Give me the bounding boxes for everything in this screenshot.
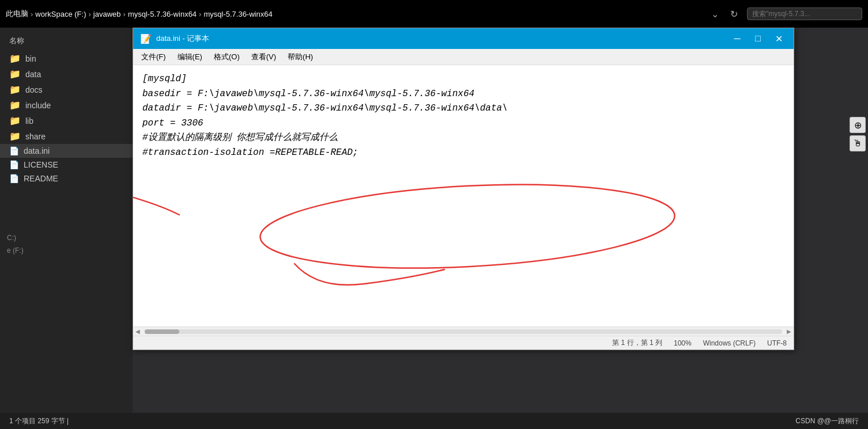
bottom-bar-attribution: CSDN @@一路桐行: [795, 416, 859, 426]
breadcrumb-mysql2[interactable]: mysql-5.7.36-winx64: [203, 10, 272, 18]
sidebar-item-label-license: LICENSE: [24, 160, 58, 169]
folder-icon: 📁: [9, 131, 21, 142]
right-icons-panel: ⊕ 🖱: [850, 117, 866, 151]
scroll-track: [145, 329, 782, 334]
content-line-2: basedir = F:\javaweb\mysql-5.7.36-winx64…: [142, 87, 784, 102]
minimize-button[interactable]: ─: [729, 31, 745, 47]
folder-icon: 📁: [9, 69, 21, 79]
bottom-bar: 1 个项目 259 字节 | CSDN @@一路桐行: [0, 413, 868, 429]
folder-icon: 📁: [9, 53, 21, 64]
file-icon: 📄: [9, 160, 19, 169]
content-line-5: #设置默认的隔离级别 你想写成什么就写成什么: [142, 131, 784, 146]
sep4: ›: [199, 10, 201, 18]
taskbar: 此电脑 › workSpace (F:) › javaweb › mysql-5…: [0, 0, 868, 28]
sidebar-item-label-data: data: [25, 70, 41, 79]
menu-edit[interactable]: 编辑(E): [172, 51, 208, 63]
folder-icon: 📁: [9, 115, 21, 126]
menu-format[interactable]: 格式(O): [208, 51, 246, 63]
drive-c-label: C:): [5, 231, 133, 244]
sidebar-item-label-share: share: [25, 132, 46, 141]
svg-point-0: [258, 175, 677, 277]
sidebar-item-include[interactable]: 📁 include: [0, 97, 133, 113]
sidebar-item-label-bin: bin: [25, 54, 36, 63]
breadcrumb-javaweb[interactable]: javaweb: [93, 10, 121, 18]
drive-f-label: e (F:): [5, 244, 133, 257]
zoom-in-icon[interactable]: ⊕: [850, 117, 866, 133]
sidebar-item-label-lib: lib: [25, 116, 33, 126]
notepad-statusbar: 第 1 行，第 1 列 100% Windows (CRLF) UTF-8: [133, 336, 794, 350]
main-layout: 名称 📁 bin 📁 data 📁 docs 📁 include 📁 lib: [0, 28, 868, 429]
sidebar-item-bin[interactable]: 📁 bin: [0, 51, 133, 66]
menu-file[interactable]: 文件(F): [135, 51, 172, 63]
statusbar-encoding: UTF-8: [767, 339, 787, 347]
content-line-3: datadir = F:\javaweb\mysql-5.7.36-winx64…: [142, 101, 784, 116]
sidebar: 名称 📁 bin 📁 data 📁 docs 📁 include 📁 lib: [0, 28, 133, 429]
bottom-bar-item-count: 1 个项目 259 字节 |: [9, 416, 69, 426]
sidebar-items: 📁 bin 📁 data 📁 docs 📁 include 📁 lib 📁: [0, 51, 133, 185]
sidebar-item-license[interactable]: 📄 LICENSE: [0, 158, 133, 172]
sidebar-header: 名称: [0, 33, 133, 51]
breadcrumb-workspace[interactable]: workSpace (F:): [35, 10, 86, 18]
statusbar-zoom: 100%: [674, 339, 692, 347]
dropdown-btn[interactable]: ⌄: [709, 9, 721, 20]
content-line-4: port = 3306: [142, 116, 784, 131]
content-area: 📝 data.ini - 记事本 ─ □ ✕ 文件(F) 编辑(E) 格式(O)…: [133, 28, 868, 429]
sidebar-item-label-readme: README: [24, 174, 58, 183]
maximize-button[interactable]: □: [750, 31, 766, 47]
menu-help[interactable]: 帮助(H): [282, 51, 319, 63]
notepad-window: 📝 data.ini - 记事本 ─ □ ✕ 文件(F) 编辑(E) 格式(O)…: [133, 28, 794, 350]
notepad-icon: 📝: [140, 33, 152, 44]
sidebar-item-label-include: include: [25, 101, 51, 110]
taskbar-right: ⌄ ↻: [709, 7, 862, 20]
breadcrumb: 此电脑 › workSpace (F:) › javaweb › mysql-5…: [6, 9, 704, 19]
notepad-menubar: 文件(F) 编辑(E) 格式(O) 查看(V) 帮助(H): [133, 49, 794, 65]
sidebar-item-label-dataini: data.ini: [24, 146, 50, 155]
sep3: ›: [123, 10, 126, 18]
sep2: ›: [88, 10, 90, 18]
file-icon: 📄: [9, 146, 19, 155]
sidebar-item-data[interactable]: 📁 data: [0, 66, 133, 82]
notepad-hscrollbar[interactable]: ◀ ▶: [133, 327, 794, 336]
notepad-editor[interactable]: [mysqld] basedir = F:\javaweb\mysql-5.7.…: [133, 65, 794, 327]
folder-icon: 📁: [9, 84, 21, 95]
content-line-6: #transaction-isolation =REPETABLE-READ;: [142, 146, 784, 161]
sidebar-item-label-docs: docs: [25, 85, 43, 94]
sep1: ›: [31, 10, 33, 18]
menu-view[interactable]: 查看(V): [246, 51, 282, 63]
notepad-title: data.ini - 记事本: [156, 33, 724, 44]
sidebar-item-dataini[interactable]: 📄 data.ini: [0, 144, 133, 158]
side-drive-labels: C:) e (F:): [0, 231, 133, 257]
notepad-titlebar: 📝 data.ini - 记事本 ─ □ ✕: [133, 28, 794, 49]
scroll-left-btn[interactable]: ◀: [133, 328, 142, 335]
sidebar-item-docs[interactable]: 📁 docs: [0, 82, 133, 97]
statusbar-position: 第 1 行，第 1 列: [612, 338, 662, 348]
content-line-1: [mysqld]: [142, 72, 784, 87]
breadcrumb-pc[interactable]: 此电脑: [6, 9, 28, 19]
search-input[interactable]: [747, 7, 862, 20]
breadcrumb-mysql1[interactable]: mysql-5.7.36-winx64: [128, 10, 197, 18]
file-icon: 📄: [9, 174, 19, 183]
scroll-thumb[interactable]: [145, 329, 179, 334]
refresh-btn[interactable]: ↻: [728, 9, 740, 20]
sidebar-item-share[interactable]: 📁 share: [0, 128, 133, 144]
folder-icon: 📁: [9, 100, 21, 111]
sidebar-item-readme[interactable]: 📄 README: [0, 172, 133, 185]
statusbar-line-ending: Windows (CRLF): [703, 339, 756, 347]
close-button[interactable]: ✕: [771, 31, 787, 47]
sidebar-item-lib[interactable]: 📁 lib: [0, 113, 133, 128]
mouse-icon[interactable]: 🖱: [850, 135, 866, 151]
scroll-right-btn[interactable]: ▶: [784, 328, 794, 335]
